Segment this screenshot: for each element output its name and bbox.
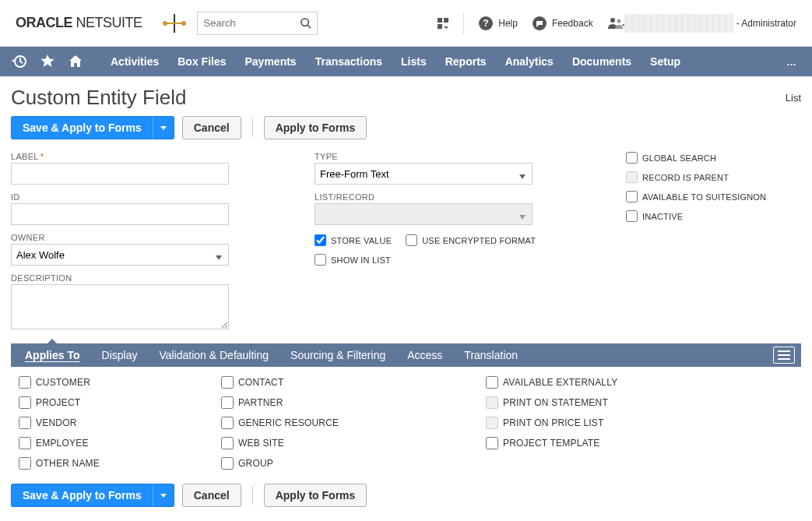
svg-text:?: ? <box>483 18 489 29</box>
global-search-chk[interactable] <box>626 152 638 164</box>
subtab-bar: Applies ToDisplayValidation & Defaulting… <box>11 343 801 367</box>
use-encrypted-checkbox[interactable]: USE ENCRYPTED FORMAT <box>406 234 536 246</box>
store-value-chk[interactable] <box>315 234 326 246</box>
applies-vendor-checkbox[interactable]: VENDOR <box>19 417 221 429</box>
user-name-redacted <box>624 14 733 33</box>
applies-partner-checkbox[interactable]: PARTNER <box>221 396 486 409</box>
record-is-parent-chk <box>626 171 638 183</box>
subtab-access[interactable]: Access <box>396 343 453 367</box>
nav-item-documents[interactable]: Documents <box>563 47 641 76</box>
type-select[interactable]: Free-Form Text <box>315 163 533 185</box>
applies-contact-checkbox[interactable]: CONTACT <box>221 376 486 389</box>
nav-more[interactable]: … <box>780 56 803 68</box>
company-logo-icon[interactable] <box>161 10 188 37</box>
inactive-chk[interactable] <box>626 210 638 222</box>
list-record-label: LIST/RECORD <box>315 192 618 202</box>
svg-marker-19 <box>160 494 167 498</box>
cancel-button-bottom[interactable]: Cancel <box>182 484 241 507</box>
svg-rect-5 <box>444 18 448 23</box>
role-label: - Administrator <box>736 18 796 29</box>
svg-point-12 <box>617 19 620 23</box>
list-link[interactable]: List <box>786 92 801 104</box>
help-link[interactable]: ? Help <box>478 16 518 31</box>
apply-to-forms-button[interactable]: Apply to Forms <box>264 116 367 139</box>
button-row-bottom: Save & Apply to Forms Cancel Apply to Fo… <box>11 484 801 507</box>
list-record-select <box>315 203 533 225</box>
label-input[interactable] <box>11 163 229 185</box>
oracle-netsuite-logo: ORACLE NETSUITE <box>16 15 142 31</box>
nav-item-lists[interactable]: Lists <box>392 47 436 76</box>
svg-marker-15 <box>160 126 167 130</box>
show-in-list-chk[interactable] <box>315 254 326 266</box>
use-encrypted-chk[interactable] <box>406 234 417 246</box>
global-search-checkbox[interactable]: GLOBAL SEARCH <box>626 152 801 164</box>
recent-records-icon[interactable] <box>9 51 30 72</box>
expand-collapse-icon[interactable] <box>773 347 795 364</box>
save-apply-button-bottom[interactable]: Save & Apply to Forms <box>11 484 153 507</box>
search-icon[interactable] <box>300 17 311 31</box>
save-apply-dropdown[interactable] <box>153 116 174 139</box>
type-label: TYPE <box>315 152 618 161</box>
description-textarea[interactable] <box>11 284 229 329</box>
subtab-validation-defaulting[interactable]: Validation & Defaulting <box>148 343 279 367</box>
store-value-checkbox[interactable]: STORE VALUE <box>315 234 392 246</box>
svg-point-0 <box>163 21 167 26</box>
svg-point-1 <box>181 21 186 26</box>
applies-customer-checkbox[interactable]: CUSTOMER <box>19 376 221 389</box>
nav-item-activities[interactable]: Activities <box>101 47 168 76</box>
save-apply-dropdown-bottom[interactable] <box>153 484 174 507</box>
separator <box>252 486 253 505</box>
label-label: LABEL* <box>11 152 307 161</box>
feedback-link[interactable]: Feedback <box>532 16 593 31</box>
applies-generic-resource-checkbox[interactable]: GENERIC RESOURCE <box>221 417 486 429</box>
star-icon[interactable] <box>37 51 58 72</box>
nav-item-box-files[interactable]: Box Files <box>168 47 235 76</box>
applies-project-checkbox[interactable]: PROJECT <box>19 396 221 409</box>
owner-label: OWNER <box>11 233 307 242</box>
cancel-button[interactable]: Cancel <box>182 116 241 139</box>
inactive-checkbox[interactable]: INACTIVE <box>626 210 801 222</box>
applies-web-site-checkbox[interactable]: WEB SITE <box>221 437 486 449</box>
page-title: Custom Entity Field <box>11 86 186 110</box>
role-menu[interactable] <box>607 16 624 30</box>
applies-print-on-price-list-checkbox[interactable]: PRINT ON PRICE LIST <box>486 417 793 429</box>
main-nav: ActivitiesBox FilesPaymentsTransactionsL… <box>0 47 812 76</box>
available-suitesignon-chk[interactable] <box>626 191 638 202</box>
subtab-sourcing-filtering[interactable]: Sourcing & Filtering <box>279 343 396 367</box>
nav-item-reports[interactable]: Reports <box>436 47 496 76</box>
nav-item-transactions[interactable]: Transactions <box>306 47 392 76</box>
description-label: DESCRIPTION <box>11 273 307 283</box>
applies-print-on-statement-checkbox[interactable]: PRINT ON STATEMENT <box>486 396 793 409</box>
svg-line-3 <box>308 25 311 28</box>
button-row-top: Save & Apply to Forms Cancel Apply to Fo… <box>11 116 801 139</box>
applies-employee-checkbox[interactable]: EMPLOYEE <box>19 437 221 449</box>
subtab-translation[interactable]: Translation <box>453 343 529 367</box>
top-actions: ? Help Feedback - Administrator <box>429 12 796 34</box>
separator <box>463 12 464 34</box>
applies-project-template-checkbox[interactable]: PROJECT TEMPLATE <box>486 437 793 449</box>
subtab-applies-to[interactable]: Applies To <box>14 343 91 367</box>
svg-point-2 <box>301 18 308 25</box>
nav-items: ActivitiesBox FilesPaymentsTransactionsL… <box>101 47 690 76</box>
apply-to-forms-button-bottom[interactable]: Apply to Forms <box>264 484 367 507</box>
applies-group-checkbox[interactable]: GROUP <box>221 457 486 470</box>
topbar: ORACLE NETSUITE ? Help Feedback - Admini… <box>0 0 812 47</box>
save-apply-button[interactable]: Save & Apply to Forms <box>11 116 153 139</box>
nav-item-payments[interactable]: Payments <box>236 47 306 76</box>
subtab-display[interactable]: Display <box>91 343 149 367</box>
nav-item-setup[interactable]: Setup <box>641 47 690 76</box>
home-icon[interactable] <box>65 51 86 72</box>
record-is-parent-checkbox[interactable]: RECORD IS PARENT <box>626 171 801 183</box>
applies-available-externally-checkbox[interactable]: AVAILABLE EXTERNALLY <box>486 376 793 389</box>
global-search <box>197 12 318 35</box>
page-body: Custom Entity Field List Save & Apply to… <box>0 76 812 521</box>
available-suitesignon-checkbox[interactable]: AVAILABLE TO SUITESIGNON <box>626 191 801 202</box>
nav-item-analytics[interactable]: Analytics <box>496 47 563 76</box>
owner-select[interactable]: Alex Wolfe <box>11 244 229 266</box>
svg-rect-4 <box>438 18 442 23</box>
applies-other-name-checkbox[interactable]: OTHER NAME <box>19 457 221 470</box>
logo[interactable]: ORACLE NETSUITE <box>16 10 188 37</box>
show-in-list-checkbox[interactable]: SHOW IN LIST <box>315 254 618 266</box>
shortcuts-menu[interactable] <box>437 17 449 30</box>
id-input[interactable] <box>11 203 229 225</box>
